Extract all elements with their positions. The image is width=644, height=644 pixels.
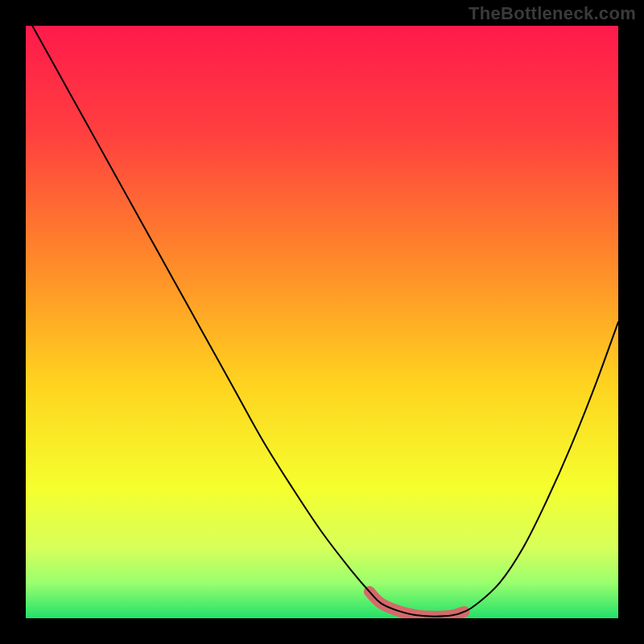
watermark-text: TheBottleneck.com [469, 3, 636, 24]
plot-area [26, 26, 618, 618]
gradient-background [26, 26, 618, 618]
chart-svg [26, 26, 618, 618]
chart-frame: TheBottleneck.com [0, 0, 644, 644]
